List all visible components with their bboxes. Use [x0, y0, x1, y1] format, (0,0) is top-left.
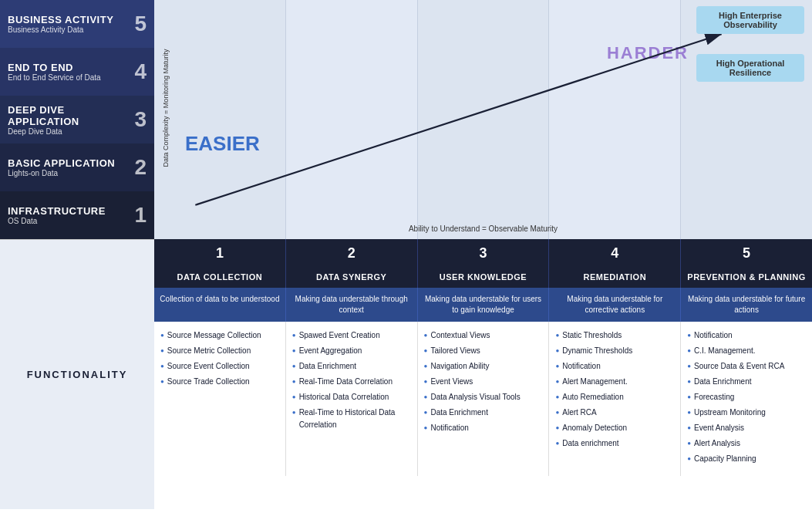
data-table: 12345DATA COLLECTIONDATA SYNERGYUSER KNO… — [154, 239, 812, 509]
bullet-icon: ● — [555, 331, 559, 341]
bullet-icon: ● — [687, 439, 691, 449]
table-title-cell-3: USER KNOWLEDGE — [418, 268, 550, 288]
bullet-text: Navigation Ability — [430, 360, 489, 373]
hor-box: High Operational Resilience — [696, 54, 804, 82]
list-item: ●Event Views — [424, 376, 543, 388]
x-axis-label: Ability to Understand = Observable Matur… — [409, 224, 558, 233]
list-item: ●Alert RCA — [555, 407, 674, 419]
bullet-text: C.I. Management. — [694, 345, 755, 357]
table-num-cell-1: 1 — [154, 239, 286, 268]
table-num-cell-5: 5 — [681, 239, 812, 268]
bullet-text: Dynamic Thresholds — [562, 345, 632, 357]
bullet-text: Contextual Views — [430, 329, 490, 342]
bullet-text: Notification — [694, 329, 732, 342]
table-desc-cell-3: Making data understable for users to gai… — [418, 288, 550, 322]
bullet-text: Source Trade Collection — [167, 376, 250, 388]
svg-line-1 — [195, 34, 721, 204]
sidebar-item-number: 1 — [134, 203, 147, 228]
list-item: ●Auto Remediation — [555, 391, 674, 403]
sidebar-item-content: INFRASTRUCTURE OS Data — [8, 205, 106, 225]
bullet-icon: ● — [424, 424, 428, 434]
bullet-icon: ● — [555, 439, 559, 449]
list-item: ●Notification — [424, 422, 543, 434]
list-item: ●Event Analysis — [687, 422, 806, 434]
table-title-cell-5: PREVENTION & PLANNING — [681, 268, 812, 288]
sidebar-item-content: BASIC APPLICATION Lights-on Data — [8, 157, 115, 177]
table-content-cell-2: ●Spawed Event Creation●Event Aggregation… — [286, 322, 418, 476]
list-item: ●Spawed Event Creation — [292, 329, 411, 342]
sidebar-item-subtitle: Business Activity Data — [8, 25, 113, 34]
list-item: ●Forecasting — [687, 391, 806, 403]
bullet-icon: ● — [160, 362, 164, 372]
table-title-cell-4: REMEDIATION — [549, 268, 681, 288]
list-item: ●Data Enrichment — [424, 407, 543, 419]
table-desc-cell-4: Making data understable for corrective a… — [549, 288, 681, 322]
sidebar-item-content: DEEP DIVE APPLICATION Deep Dive Data — [8, 104, 134, 136]
list-item: ●Data enrichment — [555, 437, 674, 450]
bullet-icon: ● — [160, 331, 164, 341]
sidebar-item-2: BASIC APPLICATION Lights-on Data 2 — [0, 143, 154, 191]
bullet-icon: ● — [292, 331, 296, 341]
sidebar-item-3: DEEP DIVE APPLICATION Deep Dive Data 3 — [0, 96, 154, 143]
table-content-cell-3: ●Contextual Views●Tailored Views●Navigat… — [418, 322, 550, 476]
bullet-icon: ● — [160, 377, 164, 387]
bullet-text: Data Analysis Visual Tools — [430, 391, 520, 403]
heo-box: High Enterprise Observability — [696, 6, 804, 34]
list-item: ●Data Enrichment — [292, 360, 411, 373]
bullet-text: Alert RCA — [562, 407, 596, 419]
sidebar-item-5: BUSINESS ACTIVITY Business Activity Data… — [0, 0, 154, 48]
bullet-icon: ● — [292, 377, 296, 387]
list-item: ●Notification — [687, 329, 806, 342]
sidebar-item-title: END TO END — [8, 62, 101, 73]
diagonal-arrow — [154, 0, 812, 239]
bullet-icon: ● — [687, 454, 691, 464]
bullet-text: Alert Management. — [562, 376, 628, 388]
bullet-text: Source Event Collection — [167, 360, 250, 373]
list-item: ●Dynamic Thresholds — [555, 345, 674, 357]
bullet-text: Data enrichment — [562, 437, 618, 450]
list-item: ●Source Event Collection — [160, 360, 279, 373]
bullet-icon: ● — [160, 346, 164, 356]
bullet-icon: ● — [687, 393, 691, 403]
sidebar-item-1: INFRASTRUCTURE OS Data 1 — [0, 191, 154, 239]
bullet-icon: ● — [687, 346, 691, 356]
list-item: ●Source Data & Event RCA — [687, 360, 806, 373]
bullet-icon: ● — [555, 424, 559, 434]
bullet-text: Real-Time Data Correlation — [299, 376, 393, 388]
table-title-cell-2: DATA SYNERGY — [286, 268, 418, 288]
sidebar-item-title: DEEP DIVE APPLICATION — [8, 104, 134, 127]
top-section: BUSINESS ACTIVITY Business Activity Data… — [0, 0, 812, 239]
list-item: ●C.I. Management. — [687, 345, 806, 357]
table-desc-cell-1: Collection of data to be understood — [154, 288, 286, 322]
table-content-row: ●Source Message Collection●Source Metric… — [154, 322, 812, 476]
list-item: ●Contextual Views — [424, 329, 543, 342]
list-item: ●Alert Management. — [555, 376, 674, 388]
bullet-icon: ● — [687, 408, 691, 418]
table-number-row: 12345 — [154, 239, 812, 268]
bullet-icon: ● — [555, 377, 559, 387]
bullet-text: Notification — [430, 422, 468, 434]
table-content-cell-1: ●Source Message Collection●Source Metric… — [154, 322, 286, 476]
sidebar-item-subtitle: Lights-on Data — [8, 169, 115, 177]
list-item: ●Data Enrichment — [687, 376, 806, 388]
list-item: ●Static Thresholds — [555, 329, 674, 342]
bullet-text: Source Metric Collection — [167, 345, 251, 357]
table-num-cell-3: 3 — [418, 239, 550, 268]
main-container: BUSINESS ACTIVITY Business Activity Data… — [0, 0, 812, 509]
chart-area: Data Complexity = Monitoring Maturity EA… — [154, 0, 812, 239]
sidebar-item-4: END TO END End to End Service of Data 4 — [0, 48, 154, 96]
list-item: ●Real-Time to Historical Data Correlatio… — [292, 407, 411, 431]
list-item: ●Event Aggregation — [292, 345, 411, 357]
sidebar-item-subtitle: End to End Service of Data — [8, 73, 101, 82]
bullet-icon: ● — [292, 408, 296, 418]
bullet-icon: ● — [687, 377, 691, 387]
bullet-icon: ● — [687, 362, 691, 372]
sidebar: BUSINESS ACTIVITY Business Activity Data… — [0, 0, 154, 239]
sidebar-item-title: BASIC APPLICATION — [8, 157, 115, 169]
functionality-sidebar: FUNCTIONALITY — [0, 239, 154, 509]
table-title-cell-1: DATA COLLECTION — [154, 268, 286, 288]
bullet-icon: ● — [292, 346, 296, 356]
list-item: ●Historical Data Correlation — [292, 391, 411, 403]
sidebar-item-content: END TO END End to End Service of Data — [8, 62, 101, 82]
list-item: ●Real-Time Data Correlation — [292, 376, 411, 388]
